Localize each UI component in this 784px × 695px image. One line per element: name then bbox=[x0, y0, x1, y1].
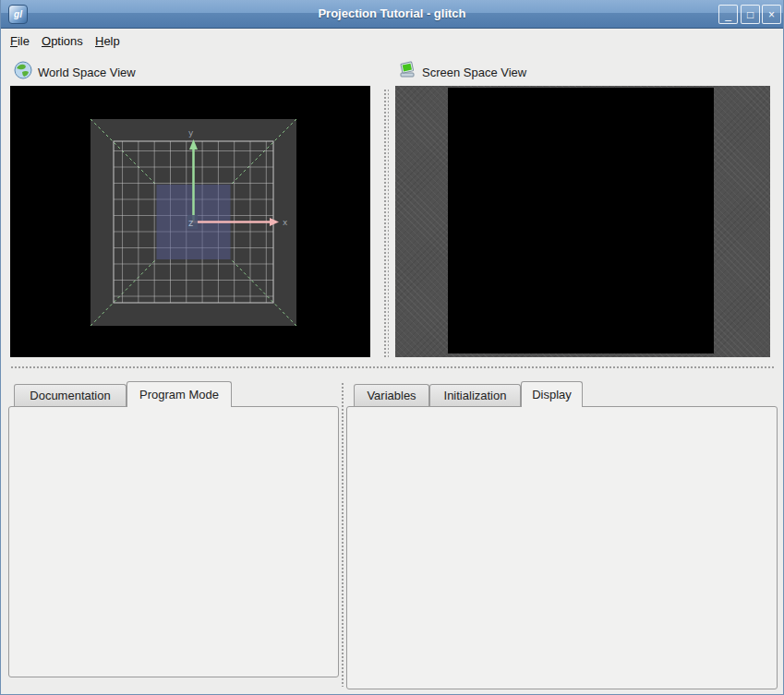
title-bar[interactable]: gl Projection Tutorial - glitch _ □ × bbox=[1, 0, 783, 29]
menu-help[interactable]: Help bbox=[91, 32, 124, 50]
tab-documentation[interactable]: Documentation bbox=[14, 384, 127, 406]
tab-display[interactable]: Display bbox=[521, 381, 583, 407]
world-space-viewport[interactable]: z y x bbox=[10, 86, 370, 357]
menu-file[interactable]: File bbox=[6, 32, 33, 50]
close-button[interactable]: × bbox=[762, 5, 781, 24]
z-axis-label: z bbox=[188, 218, 193, 228]
globe-icon bbox=[14, 61, 32, 79]
maximize-button[interactable]: □ bbox=[741, 5, 760, 24]
window-title: Projection Tutorial - glitch bbox=[1, 6, 783, 20]
monitor-icon bbox=[398, 61, 416, 79]
menu-bar: File Options Help bbox=[1, 29, 783, 53]
command-page bbox=[346, 406, 778, 689]
screen-pane-title: Screen Space View bbox=[422, 66, 526, 79]
program-mode-page bbox=[8, 406, 339, 677]
horizontal-splitter[interactable] bbox=[10, 365, 775, 370]
app-window: gl Projection Tutorial - glitch _ □ × Fi… bbox=[0, 0, 784, 695]
screen-render-area bbox=[448, 88, 714, 353]
bottom-vertical-splitter[interactable] bbox=[341, 382, 345, 687]
x-axis-label: x bbox=[283, 218, 288, 227]
world-scene: z y x bbox=[10, 86, 370, 357]
tab-initialization[interactable]: Initialization bbox=[429, 384, 521, 406]
world-pane-title: World Space View bbox=[38, 66, 136, 79]
minimize-button[interactable]: _ bbox=[718, 5, 738, 24]
top-vertical-splitter[interactable] bbox=[383, 89, 389, 358]
tab-variables[interactable]: Variables bbox=[354, 384, 429, 406]
menu-options[interactable]: Options bbox=[38, 32, 87, 50]
screen-space-viewport[interactable] bbox=[395, 86, 770, 357]
tab-program-mode[interactable]: Program Mode bbox=[127, 381, 232, 407]
y-axis-label: y bbox=[188, 128, 194, 138]
